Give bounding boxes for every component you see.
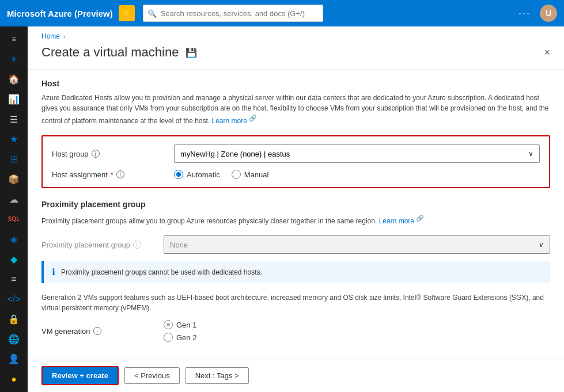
radio-gen1-indicator bbox=[164, 320, 173, 329]
host-assignment-control: Automatic Manual bbox=[174, 170, 540, 179]
dropdown-arrow-icon: ∨ bbox=[528, 150, 533, 158]
vm-generation-control: Gen 1 Gen 2 bbox=[164, 320, 550, 342]
info-banner-icon: ℹ bbox=[52, 267, 55, 277]
breadcrumb: Home › bbox=[28, 26, 564, 40]
sidebar-item-security[interactable]: 🔒 bbox=[2, 310, 25, 329]
bottom-bar: Review + create < Previous Next : Tags > bbox=[28, 359, 564, 392]
search-input[interactable] bbox=[143, 5, 323, 22]
avatar[interactable]: U bbox=[540, 5, 557, 22]
info-banner: ℹ Proximity placement groups cannot be u… bbox=[41, 261, 550, 283]
proximity-label: Proximity placement group i bbox=[41, 241, 157, 249]
topbar: Microsoft Azure (Preview) ⚡ 🔍 ··· U bbox=[0, 0, 564, 26]
sidebar-item-list[interactable]: ≡ bbox=[2, 270, 25, 289]
search-wrapper: 🔍 bbox=[143, 5, 323, 22]
host-assignment-row: Host assignment * i Automatic bbox=[52, 170, 540, 179]
sidebar-item-code[interactable]: </> bbox=[2, 290, 25, 309]
sidebar-item-favorites[interactable]: ★ bbox=[2, 130, 25, 149]
sidebar-item-cloud[interactable]: ☁ bbox=[2, 190, 25, 209]
host-section-desc: Azure Dedicated Hosts allow you to provi… bbox=[41, 93, 550, 126]
sidebar-item-add[interactable]: + bbox=[2, 50, 25, 69]
close-button[interactable]: × bbox=[544, 47, 550, 59]
radio-automatic-indicator bbox=[174, 170, 183, 179]
proximity-info-icon[interactable]: i bbox=[133, 241, 141, 249]
vm-generation-radio-group: Gen 1 bbox=[164, 320, 550, 329]
host-group-info-icon[interactable]: i bbox=[92, 150, 100, 158]
proximity-dropdown-arrow-icon: ∨ bbox=[539, 241, 544, 249]
page-title: Create a virtual machine bbox=[41, 45, 179, 60]
proximity-external-link-icon: 🔗 bbox=[416, 215, 424, 222]
page-header: Create a virtual machine 💾 × bbox=[28, 40, 564, 70]
main-layout: ≡ + 🏠 📊 ☰ ★ ⊞ 📦 ☁ SQL ◈ ◆ ≡ </> 🔒 🌐 👤 ● … bbox=[0, 26, 564, 392]
sidebar-item-resource[interactable]: ◆ bbox=[2, 250, 25, 269]
host-assignment-info-icon[interactable]: i bbox=[116, 170, 124, 178]
sidebar-item-monitor[interactable]: ◈ bbox=[2, 230, 25, 249]
proximity-control: None ∨ bbox=[164, 235, 550, 254]
proximity-dropdown: None ∨ bbox=[164, 235, 550, 254]
sidebar-item-allservices[interactable]: ☰ bbox=[2, 110, 25, 129]
proximity-learn-more-link[interactable]: Learn more 🔗 bbox=[379, 217, 425, 225]
required-star: * bbox=[111, 170, 113, 179]
host-section-title: Host bbox=[41, 79, 550, 88]
sidebar-item-sql[interactable]: SQL bbox=[2, 210, 25, 229]
sidebar-item-grid[interactable]: ⊞ bbox=[2, 150, 25, 169]
host-group-row: Host group i myNewHg | Zone (none) | eas… bbox=[52, 144, 540, 163]
breadcrumb-home[interactable]: Home bbox=[41, 32, 60, 40]
host-section: Host Azure Dedicated Hosts allow you to … bbox=[41, 79, 550, 342]
sidebar-item-dashboard[interactable]: 📊 bbox=[2, 90, 25, 109]
vm-generation-desc: Generation 2 VMs support features such a… bbox=[41, 292, 550, 313]
radio-gen2[interactable]: Gen 2 bbox=[164, 333, 196, 342]
save-draft-icon[interactable]: 💾 bbox=[186, 47, 197, 58]
host-form-box: Host group i myNewHg | Zone (none) | eas… bbox=[41, 135, 550, 188]
vm-generation-row: VM generation i Gen 1 bbox=[41, 320, 550, 342]
more-options-button[interactable]: ··· bbox=[515, 7, 534, 20]
sidebar-expand-button[interactable]: ≡ bbox=[2, 30, 25, 49]
external-link-icon: 🔗 bbox=[249, 115, 257, 121]
host-learn-more-link[interactable]: Learn more 🔗 bbox=[212, 117, 258, 125]
vm-generation-info-icon[interactable]: i bbox=[93, 327, 101, 335]
host-group-dropdown[interactable]: myNewHg | Zone (none) | eastus ∨ bbox=[174, 144, 540, 163]
previous-button[interactable]: < Previous bbox=[124, 367, 180, 384]
sidebar-item-home[interactable]: 🏠 bbox=[2, 70, 25, 89]
proximity-form-row: Proximity placement group i None ∨ bbox=[41, 235, 550, 254]
sidebar-item-person[interactable]: 👤 bbox=[2, 350, 25, 369]
host-group-label: Host group i bbox=[52, 150, 167, 158]
radio-automatic[interactable]: Automatic bbox=[174, 170, 220, 179]
app-title: Microsoft Azure (Preview) bbox=[7, 9, 113, 18]
sidebar: ≡ + 🏠 📊 ☰ ★ ⊞ 📦 ☁ SQL ◈ ◆ ≡ </> 🔒 🌐 👤 ● bbox=[0, 26, 28, 392]
radio-gen1[interactable]: Gen 1 bbox=[164, 320, 196, 329]
sidebar-item-notifications[interactable]: 📦 bbox=[2, 170, 25, 189]
radio-manual-indicator bbox=[232, 170, 241, 179]
vm-generation-gen2-group: Gen 2 bbox=[164, 333, 550, 342]
proximity-section-desc: Proximity placement groups allow you to … bbox=[41, 214, 550, 226]
next-button[interactable]: Next : Tags > bbox=[186, 367, 249, 384]
breadcrumb-separator: › bbox=[63, 33, 66, 40]
azure-icon: ⚡ bbox=[119, 5, 135, 21]
host-group-control: myNewHg | Zone (none) | eastus ∨ bbox=[174, 144, 540, 163]
search-icon: 🔍 bbox=[147, 9, 157, 18]
vm-generation-section: Generation 2 VMs support features such a… bbox=[41, 292, 550, 342]
radio-gen2-indicator bbox=[164, 333, 173, 342]
sidebar-item-circle[interactable]: ● bbox=[2, 370, 25, 389]
scroll-content: Host Azure Dedicated Hosts allow you to … bbox=[28, 70, 564, 359]
radio-manual[interactable]: Manual bbox=[232, 170, 269, 179]
review-create-button[interactable]: Review + create bbox=[41, 366, 119, 385]
proximity-section: Proximity placement group Proximity plac… bbox=[41, 200, 550, 283]
host-assignment-radio-group: Automatic Manual bbox=[174, 170, 540, 179]
content-area: Home › Create a virtual machine 💾 × Host… bbox=[28, 26, 564, 392]
vm-generation-label: VM generation i bbox=[41, 327, 157, 336]
proximity-section-title: Proximity placement group bbox=[41, 200, 550, 209]
host-assignment-label: Host assignment * i bbox=[52, 170, 167, 179]
sidebar-item-cloud2[interactable]: 🌐 bbox=[2, 330, 25, 349]
